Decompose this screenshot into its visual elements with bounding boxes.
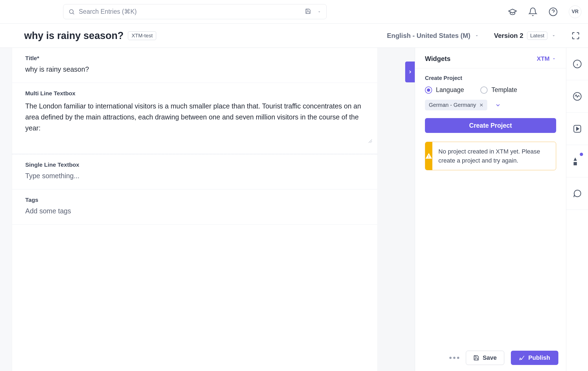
radio-icon — [425, 87, 432, 94]
singleline-input[interactable]: Type something... — [25, 172, 364, 180]
create-project-heading: Create Project — [425, 75, 556, 81]
field-label: Single Line Textbox — [25, 161, 364, 168]
project-type-radio-group: Language Template — [425, 86, 556, 94]
field-label: Title* — [25, 55, 364, 62]
top-bar: VR — [0, 0, 588, 24]
warning-box: No project created in XTM yet. Please cr… — [425, 142, 556, 170]
resize-handle-icon[interactable] — [368, 137, 373, 146]
entry-type-badge: XTM-test — [128, 31, 156, 40]
field-multiline: Multi Line Textbox The London familiar t… — [12, 83, 377, 154]
publish-label: Publish — [528, 354, 550, 361]
expand-icon[interactable] — [571, 31, 580, 40]
more-icon[interactable] — [449, 357, 459, 359]
field-label: Multi Line Textbox — [25, 90, 364, 97]
shapes-icon[interactable] — [566, 145, 588, 177]
svg-line-4 — [369, 140, 372, 143]
svg-line-1 — [73, 13, 74, 14]
page-title: why is rainy season? — [24, 30, 124, 41]
widgets-panel: Widgets XTM Create Project Language Temp… — [415, 48, 566, 371]
language-chip[interactable]: German - Germany ✕ — [425, 100, 487, 110]
chip-label: German - Germany — [429, 102, 476, 108]
play-icon[interactable] — [566, 113, 588, 145]
multiline-text: The London familiar to international vis… — [25, 102, 361, 132]
left-gutter — [0, 48, 12, 371]
widgets-selector-label: XTM — [537, 55, 550, 62]
content-form: Title* why is rainy season? Multi Line T… — [12, 48, 377, 371]
footer-actions: Save Publish — [449, 351, 558, 365]
publish-button[interactable]: Publish — [511, 351, 558, 365]
radio-language[interactable]: Language — [425, 86, 464, 94]
help-icon[interactable] — [548, 7, 558, 16]
chevron-down-icon — [474, 33, 479, 38]
warning-text: No project created in XTM yet. Please cr… — [432, 142, 556, 170]
svg-marker-12 — [573, 157, 577, 161]
create-project-button[interactable]: Create Project — [425, 118, 556, 133]
tags-input[interactable]: Add some tags — [25, 207, 364, 215]
warning-icon — [425, 142, 432, 170]
save-button[interactable]: Save — [466, 351, 504, 365]
field-tags: Tags Add some tags — [12, 189, 377, 225]
language-chip-row: German - Germany ✕ — [425, 100, 556, 110]
locale-selector[interactable]: English - United States (M) — [387, 32, 479, 40]
locale-label: English - United States (M) — [387, 32, 470, 40]
mid-gutter — [377, 48, 415, 371]
widgets-selector[interactable]: XTM — [537, 55, 556, 62]
radio-label: Template — [491, 86, 517, 94]
search-icon — [68, 9, 75, 15]
search-input[interactable] — [79, 8, 305, 15]
save-disk-icon[interactable] — [305, 8, 311, 15]
radio-template[interactable]: Template — [480, 86, 517, 94]
svg-rect-13 — [573, 162, 577, 165]
search-dropdown-caret[interactable] — [317, 10, 321, 14]
version-badge: Latest — [527, 32, 547, 40]
chevron-down-icon — [551, 33, 556, 38]
version-label: Version 2 — [494, 32, 523, 40]
radio-label: Language — [436, 86, 464, 94]
bell-icon[interactable] — [528, 7, 537, 16]
field-title: Title* why is rainy season? — [12, 48, 377, 83]
multiline-textarea[interactable]: The London familiar to international vis… — [25, 101, 364, 144]
field-singleline: Single Line Textbox Type something... — [12, 154, 377, 189]
publish-icon — [519, 355, 525, 361]
language-dropdown[interactable] — [495, 102, 501, 108]
divider — [415, 68, 566, 68]
title-input[interactable]: why is rainy season? — [25, 65, 364, 73]
chevron-down-icon — [552, 57, 556, 61]
widgets-title: Widgets — [425, 55, 450, 63]
search-field[interactable] — [63, 4, 327, 19]
graduation-icon[interactable] — [508, 7, 517, 16]
svg-point-2 — [549, 8, 557, 15]
info-icon[interactable] — [566, 48, 588, 80]
save-disk-icon — [473, 355, 479, 361]
comments-icon[interactable] — [566, 177, 588, 210]
svg-point-0 — [69, 10, 73, 13]
title-bar: why is rainy season? XTM-test English - … — [0, 24, 588, 48]
avatar[interactable]: VR — [569, 5, 581, 18]
field-label: Tags — [25, 197, 364, 203]
right-rail — [566, 48, 588, 371]
close-icon[interactable]: ✕ — [479, 102, 483, 108]
activity-icon[interactable] — [566, 80, 588, 113]
version-selector[interactable]: Version 2 Latest — [494, 32, 556, 40]
svg-line-5 — [370, 141, 372, 143]
radio-icon — [480, 87, 488, 94]
panel-collapse-tab[interactable] — [405, 62, 415, 82]
svg-marker-11 — [576, 127, 579, 130]
save-label: Save — [483, 354, 497, 361]
